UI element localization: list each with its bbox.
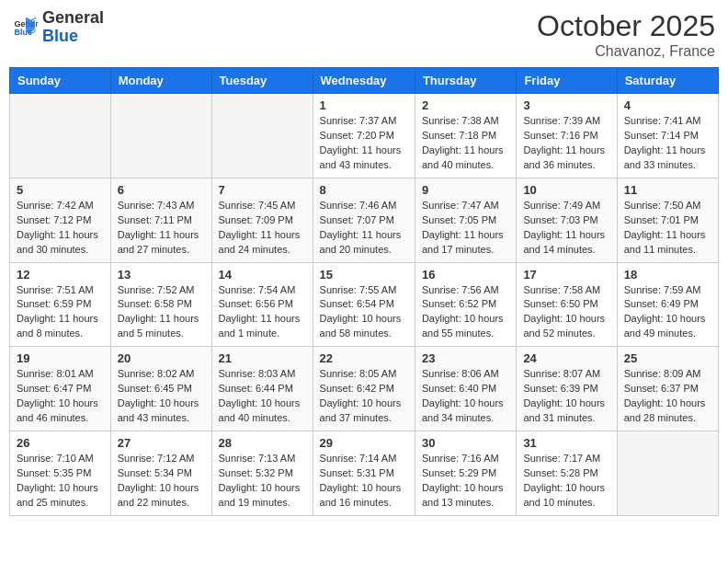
calendar-day-cell: 31Sunrise: 7:17 AM Sunset: 5:28 PM Dayli… bbox=[517, 431, 617, 516]
calendar-day-cell: 25Sunrise: 8:09 AM Sunset: 6:37 PM Dayli… bbox=[617, 347, 718, 431]
day-number: 27 bbox=[118, 436, 205, 450]
day-info: Sunrise: 7:58 AM Sunset: 6:50 PM Dayligh… bbox=[523, 283, 609, 342]
day-number: 24 bbox=[523, 351, 609, 365]
calendar-day-cell: 9Sunrise: 7:47 AM Sunset: 7:05 PM Daylig… bbox=[415, 178, 516, 262]
calendar-week-row: 5Sunrise: 7:42 AM Sunset: 7:12 PM Daylig… bbox=[10, 178, 719, 262]
calendar-day-cell bbox=[617, 431, 718, 516]
calendar-day-cell: 23Sunrise: 8:06 AM Sunset: 6:40 PM Dayli… bbox=[415, 347, 516, 431]
day-info: Sunrise: 7:41 AM Sunset: 7:14 PM Dayligh… bbox=[624, 114, 711, 173]
day-info: Sunrise: 7:38 AM Sunset: 7:18 PM Dayligh… bbox=[422, 114, 509, 173]
weekday-header-wednesday: Wednesday bbox=[313, 68, 415, 94]
day-number: 17 bbox=[523, 268, 609, 282]
calendar-day-cell: 6Sunrise: 7:43 AM Sunset: 7:11 PM Daylig… bbox=[110, 178, 211, 262]
logo-line1: General bbox=[42, 9, 104, 28]
weekday-header-monday: Monday bbox=[110, 68, 211, 94]
calendar-day-cell: 1Sunrise: 7:37 AM Sunset: 7:20 PM Daylig… bbox=[313, 94, 415, 178]
calendar-day-cell: 2Sunrise: 7:38 AM Sunset: 7:18 PM Daylig… bbox=[415, 94, 516, 178]
day-info: Sunrise: 7:16 AM Sunset: 5:29 PM Dayligh… bbox=[422, 452, 509, 511]
day-number: 3 bbox=[523, 98, 609, 112]
logo-line2: Blue bbox=[42, 28, 104, 46]
calendar-day-cell: 20Sunrise: 8:02 AM Sunset: 6:45 PM Dayli… bbox=[110, 347, 211, 431]
day-info: Sunrise: 7:45 AM Sunset: 7:09 PM Dayligh… bbox=[219, 199, 306, 258]
calendar-day-cell: 14Sunrise: 7:54 AM Sunset: 6:56 PM Dayli… bbox=[211, 262, 313, 347]
calendar-day-cell bbox=[110, 94, 211, 178]
day-number: 31 bbox=[523, 436, 609, 450]
calendar-day-cell: 27Sunrise: 7:12 AM Sunset: 5:34 PM Dayli… bbox=[110, 431, 211, 516]
weekday-header-row: SundayMondayTuesdayWednesdayThursdayFrid… bbox=[10, 68, 719, 94]
day-number: 22 bbox=[320, 351, 408, 365]
day-number: 15 bbox=[320, 268, 408, 282]
day-info: Sunrise: 8:02 AM Sunset: 6:45 PM Dayligh… bbox=[118, 367, 205, 426]
day-info: Sunrise: 7:17 AM Sunset: 5:28 PM Dayligh… bbox=[523, 452, 609, 511]
calendar-day-cell: 11Sunrise: 7:50 AM Sunset: 7:01 PM Dayli… bbox=[617, 178, 718, 262]
day-info: Sunrise: 7:49 AM Sunset: 7:03 PM Dayligh… bbox=[523, 199, 609, 258]
calendar-week-row: 19Sunrise: 8:01 AM Sunset: 6:47 PM Dayli… bbox=[10, 347, 719, 431]
day-number: 9 bbox=[422, 183, 509, 197]
day-info: Sunrise: 7:55 AM Sunset: 6:54 PM Dayligh… bbox=[320, 283, 408, 342]
day-info: Sunrise: 7:54 AM Sunset: 6:56 PM Dayligh… bbox=[219, 283, 306, 342]
day-number: 20 bbox=[118, 351, 205, 365]
day-number: 8 bbox=[320, 183, 408, 197]
day-info: Sunrise: 7:47 AM Sunset: 7:05 PM Dayligh… bbox=[422, 199, 509, 258]
calendar-day-cell: 8Sunrise: 7:46 AM Sunset: 7:07 PM Daylig… bbox=[313, 178, 415, 262]
day-number: 26 bbox=[17, 436, 104, 450]
day-info: Sunrise: 8:09 AM Sunset: 6:37 PM Dayligh… bbox=[624, 367, 711, 426]
day-info: Sunrise: 7:10 AM Sunset: 5:35 PM Dayligh… bbox=[17, 452, 104, 511]
calendar-day-cell: 4Sunrise: 7:41 AM Sunset: 7:14 PM Daylig… bbox=[617, 94, 718, 178]
title-area: October 2025 Chavanoz, France bbox=[537, 9, 715, 60]
day-info: Sunrise: 8:06 AM Sunset: 6:40 PM Dayligh… bbox=[422, 367, 509, 426]
calendar-day-cell: 21Sunrise: 8:03 AM Sunset: 6:44 PM Dayli… bbox=[211, 347, 313, 431]
calendar-day-cell: 3Sunrise: 7:39 AM Sunset: 7:16 PM Daylig… bbox=[517, 94, 617, 178]
calendar-day-cell: 10Sunrise: 7:49 AM Sunset: 7:03 PM Dayli… bbox=[517, 178, 617, 262]
calendar-day-cell: 24Sunrise: 8:07 AM Sunset: 6:39 PM Dayli… bbox=[517, 347, 617, 431]
day-number: 5 bbox=[17, 183, 104, 197]
day-info: Sunrise: 7:43 AM Sunset: 7:11 PM Dayligh… bbox=[118, 199, 205, 258]
logo-icon: General Blue bbox=[13, 15, 39, 40]
day-info: Sunrise: 7:39 AM Sunset: 7:16 PM Dayligh… bbox=[523, 114, 609, 173]
calendar-day-cell: 17Sunrise: 7:58 AM Sunset: 6:50 PM Dayli… bbox=[517, 262, 617, 347]
day-number: 7 bbox=[219, 183, 306, 197]
calendar-day-cell: 7Sunrise: 7:45 AM Sunset: 7:09 PM Daylig… bbox=[211, 178, 313, 262]
calendar: SundayMondayTuesdayWednesdayThursdayFrid… bbox=[9, 67, 719, 516]
day-number: 4 bbox=[624, 98, 711, 112]
weekday-header-thursday: Thursday bbox=[415, 68, 516, 94]
day-info: Sunrise: 8:01 AM Sunset: 6:47 PM Dayligh… bbox=[17, 367, 104, 426]
calendar-day-cell: 18Sunrise: 7:59 AM Sunset: 6:49 PM Dayli… bbox=[617, 262, 718, 347]
day-number: 28 bbox=[219, 436, 306, 450]
day-info: Sunrise: 8:07 AM Sunset: 6:39 PM Dayligh… bbox=[523, 367, 609, 426]
calendar-day-cell: 26Sunrise: 7:10 AM Sunset: 5:35 PM Dayli… bbox=[10, 431, 111, 516]
calendar-day-cell: 5Sunrise: 7:42 AM Sunset: 7:12 PM Daylig… bbox=[10, 178, 111, 262]
day-number: 10 bbox=[523, 183, 609, 197]
calendar-day-cell: 16Sunrise: 7:56 AM Sunset: 6:52 PM Dayli… bbox=[415, 262, 516, 347]
day-info: Sunrise: 7:42 AM Sunset: 7:12 PM Dayligh… bbox=[17, 199, 104, 258]
weekday-header-sunday: Sunday bbox=[10, 68, 111, 94]
day-number: 16 bbox=[422, 268, 509, 282]
day-number: 29 bbox=[320, 436, 408, 450]
day-info: Sunrise: 7:12 AM Sunset: 5:34 PM Dayligh… bbox=[118, 452, 205, 511]
day-info: Sunrise: 7:46 AM Sunset: 7:07 PM Dayligh… bbox=[320, 199, 408, 258]
calendar-day-cell: 12Sunrise: 7:51 AM Sunset: 6:59 PM Dayli… bbox=[10, 262, 111, 347]
day-info: Sunrise: 7:14 AM Sunset: 5:31 PM Dayligh… bbox=[320, 452, 408, 511]
day-info: Sunrise: 7:13 AM Sunset: 5:32 PM Dayligh… bbox=[219, 452, 306, 511]
weekday-header-saturday: Saturday bbox=[617, 68, 718, 94]
day-number: 21 bbox=[219, 351, 306, 365]
day-info: Sunrise: 7:37 AM Sunset: 7:20 PM Dayligh… bbox=[320, 114, 408, 173]
day-number: 30 bbox=[422, 436, 509, 450]
header: General Blue General Blue October 2025 C… bbox=[9, 9, 719, 60]
calendar-day-cell bbox=[10, 94, 111, 178]
day-number: 2 bbox=[422, 98, 509, 112]
month-title: October 2025 bbox=[537, 9, 715, 43]
day-number: 1 bbox=[320, 98, 408, 112]
calendar-week-row: 26Sunrise: 7:10 AM Sunset: 5:35 PM Dayli… bbox=[10, 431, 719, 516]
day-number: 11 bbox=[624, 183, 711, 197]
day-number: 14 bbox=[219, 268, 306, 282]
weekday-header-tuesday: Tuesday bbox=[211, 68, 313, 94]
calendar-day-cell: 19Sunrise: 8:01 AM Sunset: 6:47 PM Dayli… bbox=[10, 347, 111, 431]
calendar-day-cell: 22Sunrise: 8:05 AM Sunset: 6:42 PM Dayli… bbox=[313, 347, 415, 431]
calendar-week-row: 12Sunrise: 7:51 AM Sunset: 6:59 PM Dayli… bbox=[10, 262, 719, 347]
day-number: 25 bbox=[624, 351, 711, 365]
day-info: Sunrise: 7:50 AM Sunset: 7:01 PM Dayligh… bbox=[624, 199, 711, 258]
day-info: Sunrise: 7:51 AM Sunset: 6:59 PM Dayligh… bbox=[17, 283, 104, 342]
day-number: 13 bbox=[118, 268, 205, 282]
logo: General Blue General Blue bbox=[13, 9, 104, 46]
